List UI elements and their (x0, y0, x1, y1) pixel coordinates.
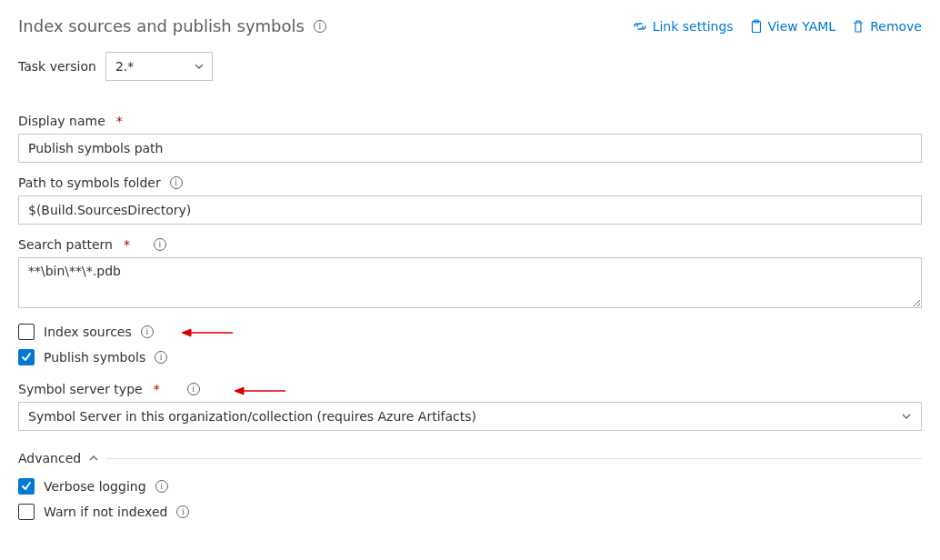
header-actions: Link settings View YAML Remove (633, 19, 922, 34)
info-icon[interactable]: i (155, 351, 167, 364)
publish-symbols-checkbox[interactable] (18, 349, 35, 365)
symbol-server-type-label: Symbol server type (18, 382, 143, 396)
search-pattern-field: Search pattern* i (18, 237, 922, 311)
trash-icon (852, 19, 865, 34)
task-header: Index sources and publish symbols i Link… (18, 16, 922, 35)
path-to-symbols-label: Path to symbols folder (18, 175, 161, 190)
info-icon[interactable]: i (314, 20, 326, 33)
svg-marker-5 (235, 387, 244, 395)
rule (106, 458, 922, 459)
path-to-symbols-field: Path to symbols folder i (18, 175, 922, 225)
symbol-server-type-field: Symbol server type* i Symbol Server in t… (18, 382, 922, 431)
chevron-up-icon (88, 453, 99, 464)
view-yaml-label: View YAML (768, 19, 836, 34)
task-version-value: 2.* (115, 59, 134, 74)
publish-symbols-label: Publish symbols (44, 350, 145, 365)
view-yaml-button[interactable]: View YAML (750, 19, 836, 34)
required-mark: * (124, 237, 130, 252)
search-pattern-label: Search pattern (18, 237, 113, 252)
link-settings-button[interactable]: Link settings (633, 19, 734, 34)
path-to-symbols-input[interactable] (18, 195, 922, 225)
info-icon[interactable]: i (170, 176, 183, 189)
search-pattern-input[interactable] (18, 257, 922, 308)
page-title: Index sources and publish symbols (18, 16, 305, 35)
index-sources-row: Index sources i (18, 324, 922, 340)
publish-symbols-row: Publish symbols i (18, 349, 922, 365)
display-name-input[interactable] (18, 134, 922, 163)
required-mark: * (116, 114, 123, 128)
info-icon[interactable]: i (155, 480, 168, 493)
link-icon (633, 20, 647, 33)
chevron-down-icon (901, 411, 912, 422)
svg-marker-3 (182, 329, 191, 336)
index-sources-checkbox[interactable] (18, 324, 35, 340)
display-name-field: Display name* (18, 114, 922, 163)
info-icon[interactable]: i (154, 238, 166, 251)
info-icon[interactable]: i (176, 505, 189, 518)
task-version-row: Task version 2.* (18, 52, 922, 81)
warn-if-not-indexed-row: Warn if not indexed i (18, 504, 922, 520)
link-settings-label: Link settings (653, 19, 734, 34)
symbol-server-type-value: Symbol Server in this organization/colle… (28, 409, 476, 424)
verbose-logging-label: Verbose logging (44, 479, 146, 494)
title-wrap: Index sources and publish symbols i (18, 16, 326, 35)
required-mark: * (154, 382, 160, 396)
verbose-logging-row: Verbose logging i (18, 478, 922, 495)
remove-button[interactable]: Remove (852, 19, 922, 34)
info-icon[interactable]: i (187, 383, 200, 395)
annotation-arrow (182, 326, 233, 337)
warn-if-not-indexed-label: Warn if not indexed (44, 505, 167, 519)
task-version-select[interactable]: 2.* (105, 52, 213, 81)
annotation-arrow (235, 385, 285, 395)
info-icon[interactable]: i (141, 325, 154, 338)
task-version-label: Task version (18, 59, 96, 74)
index-sources-label: Index sources (44, 325, 132, 339)
symbol-server-type-select[interactable]: Symbol Server in this organization/colle… (18, 402, 922, 431)
advanced-label: Advanced (18, 451, 81, 465)
chevron-down-icon (194, 61, 205, 72)
display-name-label: Display name (18, 114, 105, 128)
clipboard-icon (750, 19, 763, 34)
remove-label: Remove (870, 19, 922, 34)
advanced-section-header[interactable]: Advanced (18, 451, 922, 465)
verbose-logging-checkbox[interactable] (18, 478, 35, 495)
warn-if-not-indexed-checkbox[interactable] (18, 504, 35, 520)
